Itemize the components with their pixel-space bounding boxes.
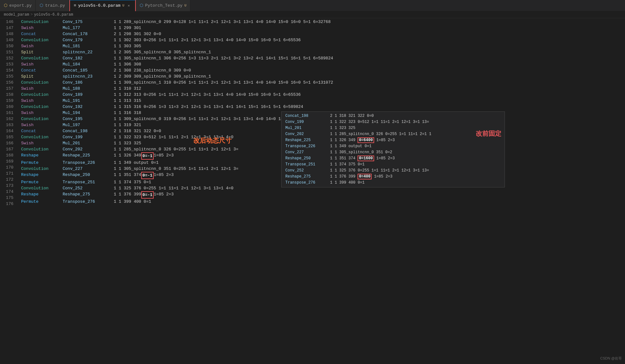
line-160-type: Convolution	[21, 104, 63, 110]
yolo-icon: ≡	[74, 3, 76, 8]
line-166-name: Mul_201	[63, 140, 114, 146]
line-152-name: Conv_182	[63, 55, 114, 61]
line-175-name: Transpose_276	[63, 199, 114, 205]
line-153-type: Swish	[21, 61, 63, 67]
tab-yolo-close[interactable]: ✕	[126, 3, 131, 8]
line-159-type: Swish	[21, 98, 63, 104]
line-154-type: Concat	[21, 67, 63, 73]
line-171-highlight: 0=-1	[141, 172, 154, 179]
breadcrumb-part2: yolov5s-6.0.param	[34, 12, 73, 17]
line-170-type: Convolution	[21, 166, 63, 172]
line-148-type: Concat	[21, 31, 63, 37]
code-line-171: Reshape Reshape_250 1 1 351 374 0=-1 1=8…	[16, 172, 625, 179]
line-150-rest: 1 1 303 305	[114, 43, 141, 49]
line-166-rest: 1 1 323 325	[114, 140, 141, 146]
code-line-174: Reshape Reshape_275 1 1 376 399 0=-1 1=8…	[16, 191, 625, 199]
watermark: CSDN @佐哥	[600, 356, 622, 361]
code-line-153: Swish Mul_184 1 1 306 308	[16, 61, 625, 67]
code-line-154: Concat Concat_185 2 1 308 238_splitncnn_…	[16, 67, 625, 73]
code-line-152: Convolution Conv_182 1 1 305_splitncnn_1…	[16, 55, 625, 61]
code-line-159: Swish Mul_191 1 1 313 315	[16, 98, 625, 104]
breadcrumb-sep1: >	[30, 12, 33, 17]
line-158-type: Convolution	[21, 92, 63, 98]
tab-train-label: train.py	[45, 3, 65, 8]
tab-bar: ⬡ export.py ⬡ train.py ≡ yolov5s-6.0.par…	[0, 0, 625, 11]
line-175-rest: 1 1 399 400 0=1	[114, 199, 151, 205]
code-line-150: Swish Mul_181 1 1 303 305	[16, 43, 625, 49]
line-156-rest: 1 1 309_splitncnn_1 310 0=256 1=1 11=1 2…	[114, 80, 333, 86]
line-174-rest2: 1=85 2=3	[154, 191, 174, 199]
code-line-164: Concat Concat_198 2 1 318 321 322 0=0	[16, 128, 625, 134]
line-151-type: Split	[21, 49, 63, 55]
line-157-name: Mul_188	[63, 86, 114, 92]
line-149-name: Conv_179	[63, 37, 114, 43]
tab-export-label: export.py	[9, 3, 32, 8]
line-171-type: Reshape	[21, 172, 63, 179]
line-154-name: Concat_185	[63, 67, 114, 73]
line-151-rest: 1 2 305 305_splitncnn_0 305_splitncnn_1	[114, 49, 211, 55]
tab-export[interactable]: ⬡ export.py	[0, 0, 36, 11]
code-area: Convolution Conv_175 1 1 289_splitncnn_0…	[16, 18, 625, 364]
code-line-148: Concat Concat_178 2 1 298 301 302 0=0	[16, 31, 625, 37]
code-line-169: Permute Transpose_226 1 1 349 output 0=1	[16, 160, 625, 166]
line-162-name: Conv_195	[63, 116, 114, 122]
code-line-147: Swish Mul_177 1 1 299 301	[16, 25, 625, 31]
line-147-name: Mul_177	[63, 25, 114, 31]
line-numbers: 146147148149150 151152153154155 15615715…	[0, 18, 16, 364]
line-155-type: Split	[21, 73, 63, 80]
tab-yolo-label: yolov5s-6.0.param	[78, 3, 120, 8]
line-169-type: Permute	[21, 160, 63, 166]
line-159-name: Mul_191	[63, 98, 114, 104]
line-169-rest: 1 1 349 output 0=1	[114, 160, 158, 166]
tab-train[interactable]: ⬡ train.py	[36, 0, 69, 11]
line-160-name: Conv_192	[63, 104, 114, 110]
tab-pytorch[interactable]: ⬡ Pytorch_Test.py U	[136, 0, 190, 11]
line-149-type: Convolution	[21, 37, 63, 43]
line-163-name: Mul_197	[63, 122, 114, 128]
line-168-type: Reshape	[21, 152, 63, 160]
line-158-rest: 1 1 312 313 0=256 1=1 11=1 2=1 12=1 3=1 …	[114, 92, 301, 98]
breadcrumb-part1: model_param	[4, 12, 29, 17]
line-167-type: Convolution	[21, 146, 63, 152]
line-149-rest: 1 1 302 303 0=256 1=1 11=1 2=1 12=1 3=1 …	[114, 37, 301, 43]
line-171-rest2: 1=85 2=3	[154, 172, 174, 179]
code-line-173: Convolution Conv_252 1 1 325 376 0=255 1…	[16, 185, 625, 191]
editor: 146147148149150 151152153154155 15615715…	[0, 18, 625, 364]
line-168-rest2: 1=85 2=3	[154, 152, 174, 160]
code-line-146: Convolution Conv_175 1 1 289_splitncnn_0…	[16, 19, 625, 25]
code-line-166: Swish Mul_201 1 1 323 325	[16, 140, 625, 146]
line-157-rest: 1 1 310 312	[114, 86, 141, 92]
line-152-rest: 1 1 305_splitncnn_1 306 0=256 1=3 11=3 2…	[114, 55, 333, 61]
line-164-name: Concat_198	[63, 128, 114, 134]
code-line-160: Convolution Conv_192 1 1 315 316 0=256 1…	[16, 104, 625, 110]
line-166-type: Swish	[21, 140, 63, 146]
code-line-176	[16, 205, 625, 211]
line-173-type: Convolution	[21, 185, 63, 191]
tab-yolo[interactable]: ≡ yolov5s-6.0.param U ✕	[69, 0, 136, 11]
pytorch-icon: ⬡	[140, 3, 143, 8]
line-169-name: Transpose_226	[63, 160, 114, 166]
line-167-name: Conv_202	[63, 146, 114, 152]
line-162-type: Convolution	[21, 116, 63, 122]
line-162-rest: 1 1 309_splitncnn_0 319 0=256 1=1 11=1 2…	[114, 116, 333, 122]
line-172-name: Transpose_251	[63, 179, 114, 185]
line-156-name: Conv_186	[63, 80, 114, 86]
code-line-158: Convolution Conv_189 1 1 312 313 0=256 1…	[16, 92, 625, 98]
line-174-rest: 1 1 376 399	[114, 191, 141, 199]
line-174-highlight: 0=-1	[141, 191, 154, 199]
line-171-rest: 1 1 351 374	[114, 172, 141, 179]
code-line-156: Convolution Conv_186 1 1 309_splitncnn_1…	[16, 80, 625, 86]
code-line-168: Reshape Reshape_225 1 1 326 349 0=-1 1=8…	[16, 152, 625, 160]
line-171-name: Reshape_250	[63, 172, 114, 179]
line-168-name: Reshape_225	[63, 152, 114, 160]
tab-yolo-modified: U	[122, 4, 124, 7]
line-163-rest: 1 1 319 321	[114, 122, 141, 128]
line-161-type: Swish	[21, 110, 63, 116]
code-line-165: Convolution Conv_199 1 1 322 323 0=512 1…	[16, 134, 625, 140]
line-172-rest: 1 1 374 375 0=1	[114, 179, 151, 185]
line-154-rest: 2 1 308 238_splitncnn_0 309 0=0	[114, 67, 191, 73]
line-165-type: Convolution	[21, 134, 63, 140]
code-line-149: Convolution Conv_179 1 1 302 303 0=256 1…	[16, 37, 625, 43]
tab-pytorch-modified: U	[184, 4, 186, 7]
line-147-type: Swish	[21, 25, 63, 31]
